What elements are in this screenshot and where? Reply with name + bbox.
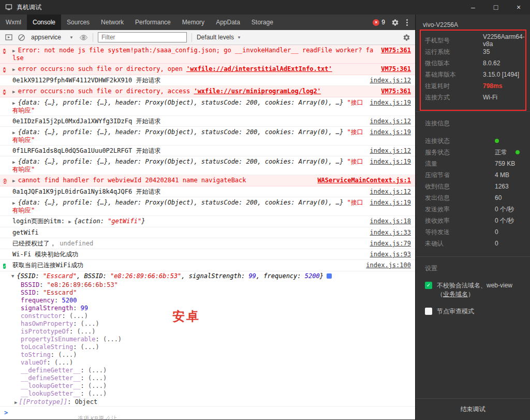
console-row[interactable]: 0a1qJQFa1K9jpL0idrGa1Nyi8k4qJQF6 开始请求ind… — [0, 186, 415, 197]
source-location-link[interactable]: index.js:18 — [370, 218, 411, 225]
console-row[interactable]: getWifiindex.js:33 — [0, 227, 415, 238]
console-row[interactable]: 0f1LRFGa1ds8qL0dQ5Ga1Uuu0P2LRFGT 开始请求ind… — [0, 146, 415, 156]
maximize-button[interactable]: □ — [484, 0, 507, 15]
object-property-row[interactable]: constructor: (...) — [0, 312, 415, 320]
property-value: (...) — [88, 382, 107, 389]
console-row[interactable]: login页面的itm: ▶ {action: "getWifi"}index.… — [0, 216, 415, 227]
source-location-link[interactable]: index.js:12 — [370, 77, 411, 84]
console-row[interactable]: Wi-Fi 模块初始化成功index.js:93 — [0, 249, 415, 260]
object-property-row[interactable]: toString: (...) — [0, 351, 415, 359]
toolbar-separator — [192, 33, 192, 42]
object-property-row[interactable]: __lookupGetter__: (...) — [0, 382, 415, 390]
object-property-row[interactable]: frequency: 5200 — [0, 297, 415, 305]
console-row[interactable]: 0e1kX9112P9fph4WF4112VDHWF2kX910 开始请求ind… — [0, 75, 415, 86]
source-location-link[interactable]: WAServiceMainContext.js:1 — [317, 177, 411, 184]
console-panel[interactable]: ×▶ Error: not node js file system!path:/… — [0, 45, 415, 419]
source-location-link[interactable]: index.js:12 — [370, 147, 411, 154]
console-sidebar-icon[interactable] — [5, 33, 13, 41]
end-debug-button[interactable]: 结束调试 — [416, 398, 530, 420]
text-segment: 99 — [248, 272, 256, 280]
object-header[interactable]: ▼ {SSID: "Esscard", BSSID: "e8:26:89:66:… — [0, 271, 415, 281]
console-row[interactable]: ▶ {data: {…}, profile: {…}, header: Prox… — [0, 97, 415, 116]
object-property-row[interactable]: toLocaleString: (...) — [0, 343, 415, 351]
console-row[interactable]: ×▶ error occurs:no such file or director… — [0, 64, 415, 75]
collapse-arrow-icon[interactable]: ▼ — [11, 272, 14, 280]
tab-appdata[interactable]: AppData — [210, 15, 246, 30]
more-menu-icon[interactable] — [405, 18, 409, 27]
live-expression-eye-icon[interactable] — [79, 33, 88, 42]
object-property-row[interactable]: __defineGetter__: (...) — [0, 367, 415, 374]
console-row[interactable]: ▶ {data: {…}, profile: {…}, header: Prox… — [0, 197, 415, 216]
console-message: 0f1LRFGa1ds8qL0dQ5Ga1Uuu0P2LRFGT 开始请求 — [12, 147, 364, 154]
object-property-row[interactable]: propertyIsEnumerable: (...) — [0, 336, 415, 343]
console-message: ▶ {data: {…}, profile: {…}, header: Prox… — [12, 99, 364, 114]
object-property-row[interactable]: hasOwnProperty: (...) — [0, 320, 415, 328]
text-segment: ▶ — [12, 100, 18, 106]
tab-console[interactable]: Console — [27, 15, 61, 30]
object-property-row[interactable]: __defineSetter__: (...) — [0, 374, 415, 382]
console-prompt[interactable]: > — [0, 406, 415, 419]
source-location-link[interactable]: index.js:19 — [370, 158, 411, 165]
source-location-link[interactable]: index.js:19 — [370, 128, 411, 136]
object-property-row[interactable]: valueOf: (...) — [0, 359, 415, 367]
object-property-row[interactable]: SSID: "Esscard" — [0, 289, 415, 297]
source-location-link[interactable]: index.js:100 — [366, 262, 411, 269]
checkbox[interactable] — [425, 308, 432, 315]
setting-item[interactable]: ✓不校验合法域名、web-view（业务域名） — [425, 281, 521, 299]
error-count-badge[interactable]: × 9 — [373, 19, 385, 26]
info-value: 0 个/秒 — [495, 205, 514, 214]
source-location-link[interactable]: index.js:12 — [370, 188, 411, 195]
property-value: (...) — [81, 320, 99, 327]
text-segment: ▶ — [12, 89, 18, 94]
source-location-link[interactable]: VM75:361 — [381, 47, 411, 54]
console-settings-gear-icon[interactable] — [403, 34, 410, 41]
expand-arrow-icon[interactable]: ▶ — [14, 400, 17, 405]
minimize-button[interactable]: – — [462, 0, 484, 15]
log-levels-dropdown[interactable]: Default levels ▼ — [197, 34, 241, 41]
tab-storage[interactable]: Storage — [246, 15, 279, 30]
source-location-link[interactable]: index.js:19 — [370, 199, 411, 206]
source-location-link[interactable]: index.js:79 — [370, 240, 411, 247]
console-row[interactable]: ▶ {data: {…}, profile: {…}, header: Prox… — [0, 156, 415, 175]
object-property-row[interactable]: isPrototypeOf: (...) — [0, 328, 415, 336]
property-value: (...) — [54, 359, 73, 366]
prototype-row[interactable]: ▶[[Prototype]]: Object — [0, 398, 415, 406]
execution-context-selector[interactable]: appservice ▼ — [30, 34, 75, 41]
info-value: 1263 — [495, 183, 509, 190]
property-value: (...) — [88, 390, 107, 397]
checkbox[interactable]: ✓ — [425, 282, 432, 289]
tab-wxml[interactable]: Wxml — [0, 15, 27, 30]
source-location-link[interactable]: index.js:33 — [370, 229, 411, 236]
console-row[interactable]: G▶ cannot find handler for webviewId 204… — [0, 175, 415, 186]
console-row[interactable]: ×▶ Error: not node js file system!path:/… — [0, 45, 415, 64]
titlebar: 真机调试 – □ × — [0, 0, 530, 15]
setting-item[interactable]: 节点审查模式 — [425, 307, 521, 316]
settings-gear-icon[interactable] — [391, 19, 399, 26]
info-value: 798ms — [483, 82, 502, 90]
object-property-row[interactable]: BSSID: "e8:26:89:66:6b:53" — [0, 281, 415, 289]
console-row[interactable]: ▶ {data: {…}, profile: {…}, header: Prox… — [0, 127, 415, 146]
object-property-row[interactable]: signalStrength: 99 — [0, 305, 415, 312]
console-row[interactable]: 已经授权过了， undefinedindex.js:79 — [0, 238, 415, 249]
tab-sources[interactable]: Sources — [61, 15, 95, 30]
console-message: ▶ {data: {…}, profile: {…}, header: Prox… — [12, 158, 364, 173]
text-segment: , BSSID: — [77, 272, 110, 280]
clear-console-icon[interactable] — [18, 34, 25, 41]
tab-memory[interactable]: Memory — [176, 15, 210, 30]
console-row[interactable]: ✓获取当前已连接WiFi成功index.js:100 — [0, 260, 415, 271]
console-message: login页面的itm: ▶ {action: "getWifi"} — [12, 218, 364, 225]
filter-input[interactable] — [98, 32, 187, 42]
console-row[interactable]: 0e1IDzFa15j2pL0MxdJa1XWYfg3IDzFq 开始请求ind… — [0, 116, 415, 127]
source-location-link[interactable]: index.js:19 — [370, 99, 411, 106]
tab-network[interactable]: Network — [95, 15, 129, 30]
source-location-link[interactable]: index.js:93 — [370, 251, 411, 258]
object-property-row[interactable]: __lookupSetter__: (...) — [0, 390, 415, 398]
console-message: ▶ error occurs:no such file or directory… — [12, 88, 375, 95]
console-row[interactable]: ×▶ error occurs:no such file or director… — [0, 86, 415, 97]
source-location-link[interactable]: index.js:12 — [370, 118, 411, 125]
source-location-link[interactable]: VM75:361 — [381, 88, 411, 95]
close-button[interactable]: × — [507, 0, 530, 15]
source-location-link[interactable]: VM75:361 — [381, 65, 411, 73]
tab-performance[interactable]: Performance — [129, 15, 176, 30]
device-info-row: 手机型号V2256Aarm64-v8a — [425, 35, 521, 46]
